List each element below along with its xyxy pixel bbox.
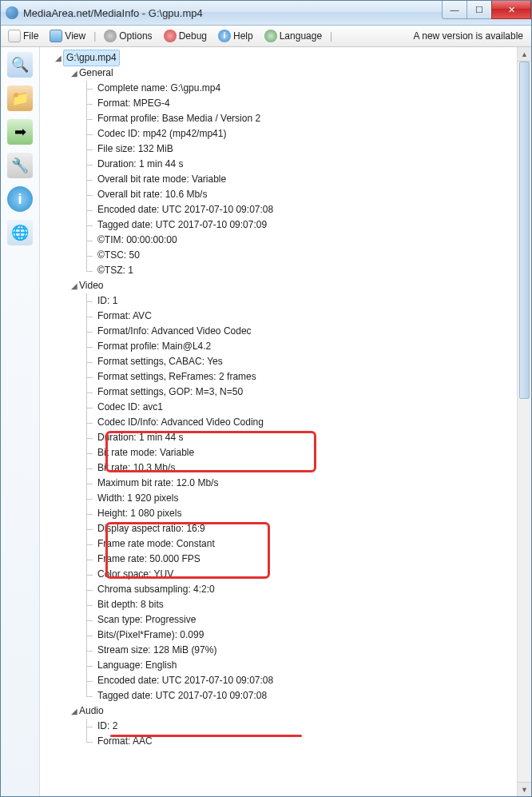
tree-row[interactable]: ID: 1 (43, 293, 518, 309)
tree-leaf-label[interactable]: Format profile: Base Media / Version 2 (97, 111, 260, 126)
tree-leaf-label[interactable]: Frame rate mode: Constant (97, 536, 215, 552)
tree-leaf-label[interactable]: Codec ID: avc1 (97, 400, 163, 415)
tree-leaf-label[interactable]: Color space: YUV (97, 567, 173, 582)
tree-row[interactable]: Duration: 1 min 44 s (43, 430, 518, 445)
tree-row[interactable]: Codec ID: mp42 (mp42/mp41) (43, 126, 518, 141)
minimize-button[interactable]: — (442, 1, 467, 19)
tree-section-label[interactable]: Audio (79, 703, 104, 719)
tree-section-label[interactable]: General (79, 66, 113, 81)
tree-row[interactable]: Format settings, GOP: M=3, N=50 (43, 385, 518, 400)
tree-leaf-label[interactable]: Width: 1 920 pixels (97, 491, 178, 506)
sidebar-export-icon[interactable]: ➡ (7, 119, 33, 145)
tree-row[interactable]: Tagged date: UTC 2017-07-10 09:07:09 (43, 217, 518, 233)
tree-leaf-label[interactable]: Height: 1 080 pixels (97, 506, 181, 521)
tree-section-label[interactable]: Video (79, 278, 103, 293)
tree-leaf-label[interactable]: Stream size: 128 MiB (97%) (97, 643, 216, 658)
tree-leaf-label[interactable]: Display aspect ratio: 16:9 (97, 521, 205, 536)
tree-row[interactable]: Bit depth: 8 bits (43, 597, 518, 612)
sidebar-settings-icon[interactable]: 🔧 (7, 153, 33, 178)
tree-row[interactable]: Height: 1 080 pixels (43, 506, 518, 521)
tree-leaf-label[interactable]: Bit rate mode: Variable (97, 445, 194, 460)
tree-row[interactable]: Bits/(Pixel*Frame): 0.099 (43, 628, 518, 643)
tree-row[interactable]: Tagged date: UTC 2017-07-10 09:07:08 (43, 688, 518, 703)
tree-leaf-label[interactable]: Format: AVC (97, 309, 152, 324)
expand-icon[interactable]: ◢ (69, 703, 79, 719)
tree-leaf-label[interactable]: Format: AAC (97, 734, 153, 749)
tree-row[interactable]: Format: AVC (43, 309, 518, 324)
tree-row[interactable]: Frame rate: 50.000 FPS (43, 552, 518, 567)
tree-row[interactable]: Format settings, ReFrames: 2 frames (43, 369, 518, 385)
scroll-thumb[interactable] (519, 62, 530, 399)
menu-debug[interactable]: Debug (160, 28, 211, 44)
tree-leaf-label[interactable]: Bit rate: 10.3 Mb/s (97, 460, 175, 476)
tree-row[interactable]: Chroma subsampling: 4:2:0 (43, 582, 518, 597)
tree-row[interactable]: Bit rate: 10.3 Mb/s (43, 460, 518, 476)
update-notice[interactable]: A new version is available (414, 30, 528, 42)
property-tree[interactable]: ◢G:\gpu.mp4◢GeneralComplete name: G:\gpu… (40, 47, 518, 796)
tree-row[interactable]: Display aspect ratio: 16:9 (43, 521, 518, 536)
tree-row[interactable]: Scan type: Progressive (43, 612, 518, 628)
tree-row[interactable]: Format: AAC (43, 734, 518, 749)
tree-row[interactable]: Frame rate mode: Constant (43, 536, 518, 552)
sidebar-web-icon[interactable]: 🌐 (7, 220, 33, 245)
tree-row[interactable]: Format profile: Main@L4.2 (43, 339, 518, 354)
tree-row[interactable]: Bit rate mode: Variable (43, 445, 518, 460)
tree-leaf-label[interactable]: Frame rate: 50.000 FPS (97, 552, 200, 567)
sidebar-about-icon[interactable]: i (7, 186, 33, 212)
tree-row[interactable]: ◢Audio (43, 703, 518, 719)
menu-file[interactable]: File (4, 28, 42, 44)
tree-leaf-label[interactable]: Maximum bit rate: 12.0 Mb/s (97, 476, 218, 491)
maximize-button[interactable]: ☐ (466, 1, 492, 19)
tree-leaf-label[interactable]: Duration: 1 min 44 s (97, 430, 183, 445)
expand-icon[interactable]: ◢ (69, 278, 79, 293)
tree-leaf-label[interactable]: Encoded date: UTC 2017-07-10 09:07:08 (97, 202, 273, 217)
tree-row[interactable]: ◢G:\gpu.mp4 (43, 50, 518, 66)
tree-leaf-label[interactable]: ID: 1 (97, 293, 117, 309)
expand-icon[interactable]: ◢ (69, 66, 79, 81)
tree-row[interactable]: Stream size: 128 MiB (97%) (43, 643, 518, 658)
tree-row[interactable]: Duration: 1 min 44 s (43, 157, 518, 172)
tree-leaf-label[interactable]: Overall bit rate mode: Variable (97, 172, 226, 187)
tree-row[interactable]: Format settings, CABAC: Yes (43, 354, 518, 369)
tree-row[interactable]: ©TSC: 50 (43, 248, 518, 263)
tree-row[interactable]: ◢General (43, 66, 518, 81)
tree-row[interactable]: Overall bit rate: 10.6 Mb/s (43, 187, 518, 202)
tree-leaf-label[interactable]: Overall bit rate: 10.6 Mb/s (97, 187, 207, 202)
sidebar-folder-icon[interactable]: 📁 (7, 86, 33, 111)
tree-row[interactable]: Color space: YUV (43, 567, 518, 582)
tree-row[interactable]: Codec ID: avc1 (43, 400, 518, 415)
tree-row[interactable]: Encoded date: UTC 2017-07-10 09:07:08 (43, 202, 518, 217)
menu-language[interactable]: Language (260, 28, 326, 44)
tree-leaf-label[interactable]: Codec ID/Info: Advanced Video Coding (97, 415, 264, 430)
tree-leaf-label[interactable]: Scan type: Progressive (97, 612, 196, 628)
tree-leaf-label[interactable]: Format settings, CABAC: Yes (97, 354, 223, 369)
tree-row[interactable]: Language: English (43, 658, 518, 673)
sidebar-open-icon[interactable]: 🔍 (7, 52, 33, 78)
scrollbar[interactable]: ▲ ▼ (517, 47, 531, 796)
tree-row[interactable]: ©TIM: 00:00:00:00 (43, 233, 518, 248)
tree-row[interactable]: Maximum bit rate: 12.0 Mb/s (43, 476, 518, 491)
scroll-down-icon[interactable]: ▼ (518, 782, 531, 796)
tree-leaf-label[interactable]: Bit depth: 8 bits (97, 597, 164, 612)
menu-view[interactable]: View (46, 28, 89, 44)
tree-row[interactable]: Overall bit rate mode: Variable (43, 172, 518, 187)
tree-leaf-label[interactable]: ©TSC: 50 (97, 248, 140, 263)
tree-leaf-label[interactable]: Duration: 1 min 44 s (97, 157, 183, 172)
tree-row[interactable]: Width: 1 920 pixels (43, 491, 518, 506)
close-button[interactable]: ✕ (491, 1, 531, 19)
tree-leaf-label[interactable]: Format profile: Main@L4.2 (97, 339, 211, 354)
tree-leaf-label[interactable]: Language: English (97, 658, 177, 673)
tree-leaf-label[interactable]: Format settings, GOP: M=3, N=50 (97, 385, 243, 400)
tree-leaf-label[interactable]: Format/Info: Advanced Video Codec (97, 324, 252, 339)
tree-leaf-label[interactable]: Tagged date: UTC 2017-07-10 09:07:08 (97, 688, 267, 703)
tree-row[interactable]: Format/Info: Advanced Video Codec (43, 324, 518, 339)
menu-help[interactable]: iHelp (214, 28, 257, 44)
tree-leaf-label[interactable]: ID: 2 (97, 719, 117, 734)
tree-leaf-label[interactable]: Codec ID: mp42 (mp42/mp41) (97, 126, 226, 141)
tree-leaf-label[interactable]: ©TSZ: 1 (97, 263, 133, 278)
tree-row[interactable]: Codec ID/Info: Advanced Video Coding (43, 415, 518, 430)
tree-root-label[interactable]: G:\gpu.mp4 (63, 50, 120, 66)
tree-leaf-label[interactable]: ©TIM: 00:00:00:00 (97, 233, 177, 248)
tree-leaf-label[interactable]: Chroma subsampling: 4:2:0 (97, 582, 215, 597)
tree-row[interactable]: ID: 2 (43, 719, 518, 734)
